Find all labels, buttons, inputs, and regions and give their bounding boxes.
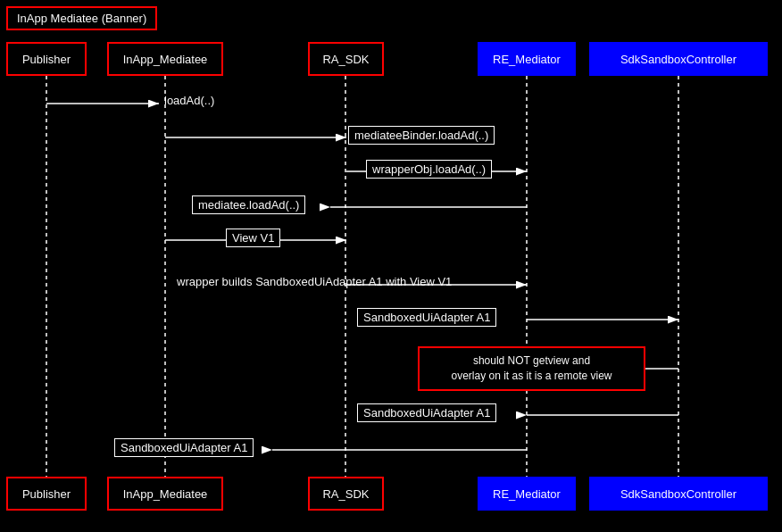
mediateeLoadAd-label: mediatee.loadAd(..) [192,195,305,214]
mediateeBinder-label: mediateeBinder.loadAd(..) [348,126,495,145]
ra-sdk-top: RA_SDK [308,42,384,76]
loadAd-label: loadAd(..) [159,92,220,109]
warning-box: should NOT getview and overlay on it as … [418,346,645,391]
inapp-mediatee-top: InApp_Mediatee [107,42,223,76]
inapp-mediatee-bot: InApp_Mediatee [107,477,223,511]
sdk-sandbox-top: SdkSandboxController [589,42,768,76]
diagram-title: InApp Mediatee (Banner) [6,6,157,30]
sandboxedAdapter2-label: SandboxedUiAdapter A1 [357,403,496,422]
wrapperBuilds-label: wrapper builds SandboxedUiAdapter A1 wit… [171,273,457,290]
re-mediator-bot: RE_Mediator [478,477,576,511]
sandboxedAdapter3-label: SandboxedUiAdapter A1 [114,438,254,457]
publisher-bot: Publisher [6,477,87,511]
publisher-top: Publisher [6,42,87,76]
sandboxedAdapter1-label: SandboxedUiAdapter A1 [357,308,496,327]
wrapperObj-label: wrapperObj.loadAd(..) [366,160,492,179]
ra-sdk-bot: RA_SDK [308,477,384,511]
re-mediator-top: RE_Mediator [478,42,576,76]
viewV1-label: View V1 [226,229,280,247]
sdk-sandbox-bot: SdkSandboxController [589,477,768,511]
